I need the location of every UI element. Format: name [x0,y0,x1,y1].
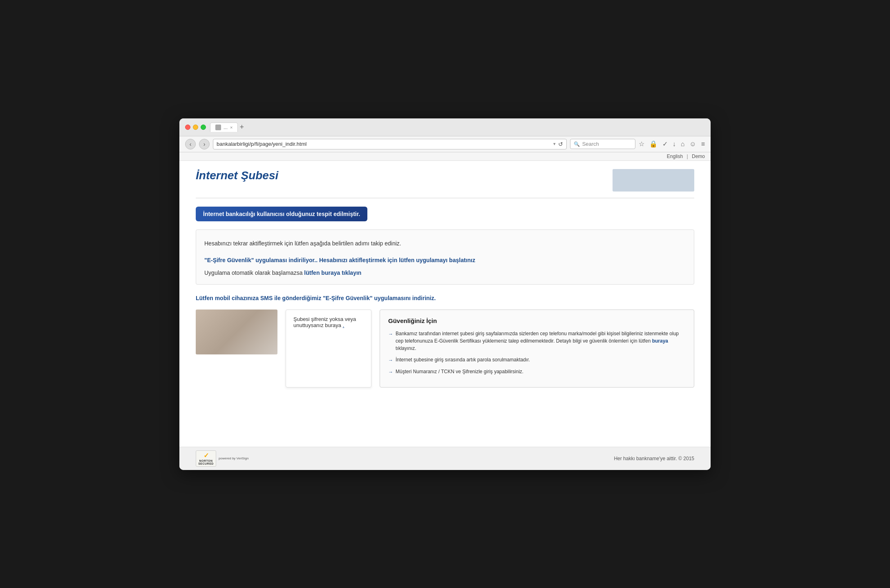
page-content: İnternet Şubesi İnternet bankacılığı kul… [179,161,711,447]
forgot-card-text: Şubesi şifreniz yoksa veya unuttuysanız … [293,316,364,328]
main-card: Hesabınızı tekrar aktifleştirmek için lü… [196,229,694,285]
address-bar: ‹ › bankalarbirligi/p/fi/page/yeni_indir… [179,136,711,152]
card-text-3-pre: Uygulama otomatik olarak başlamazsa [204,270,304,276]
maximize-button[interactable] [201,125,206,130]
minimize-button[interactable] [193,125,198,130]
verisign-text: powered by VeriSign [219,457,248,460]
security-card: Güvenliğiniz İçin → Bankamız tarafından … [380,310,694,388]
arrow-icon-2: → [388,356,393,364]
buraya-link[interactable]: buraya [652,338,668,344]
search-input[interactable]: Search [582,141,599,147]
close-button[interactable] [185,125,190,130]
user-icon[interactable]: ☺ [689,140,696,148]
tab-bar: ... × + [210,122,705,132]
click-here-link[interactable]: lütfen buraya tıklayın [304,270,361,276]
arrow-icon-3: → [388,368,393,376]
card-paragraph-1: Hesabınızı tekrar aktifleştirmek için lü… [204,240,686,247]
new-tab-button[interactable]: + [239,123,244,131]
back-icon: ‹ [190,141,192,147]
back-button[interactable]: ‹ [185,139,196,149]
tab-close-button[interactable]: × [230,125,233,130]
norton-secured-text: NORTON [199,459,212,462]
security-item-1: → Bankamız tarafından internet şubesi gi… [388,330,686,352]
url-dropdown-icon: ▾ [553,141,556,147]
page-title: İnternet Şubesi [196,169,278,182]
page-header: İnternet Şubesi [196,169,694,198]
norton-logo: ✓ NORTON SECURED [196,450,216,467]
home-icon[interactable]: ⌂ [681,140,685,148]
notification-wrapper: İnternet bankacılığı kullanıcısı olduğun… [196,207,694,221]
tab-favicon [215,125,221,130]
search-icon: 🔍 [574,141,580,147]
norton-secured-label: SECURED [198,462,214,465]
sms-link[interactable]: SMS ile gönderdiğimiz "E-Şifre Güvenlik"… [260,295,436,301]
forward-button[interactable]: › [199,139,210,149]
lock-icon[interactable]: 🔒 [649,140,657,148]
title-bar: ... × + [179,118,711,136]
sms-text-pre: Lütfen mobil cihazınıza [196,295,260,301]
forgot-link[interactable]: . [343,322,344,328]
card-paragraph-3: Uygulama otomatik olarak başlamazsa lütf… [204,270,686,276]
forgot-password-card: Şubesi şifreniz yoksa veya unuttuysanız … [286,310,371,388]
tab-title: ... [224,125,228,130]
arrow-icon-1: → [388,330,393,338]
traffic-lights [185,125,206,130]
toolbar-icons: ☆ 🔒 ✓ ↓ ⌂ ☺ ≡ [639,140,705,148]
security-text-2: İnternet şubesine giriş sırasında artık … [396,356,530,363]
notification-banner: İnternet bankacılığı kullanıcısı olduğun… [196,207,367,221]
security-item-2: → İnternet şubesine giriş sırasında artı… [388,356,686,364]
shield-icon[interactable]: ✓ [662,140,668,148]
security-text-1: Bankamız tarafından internet şubesi giri… [396,330,686,352]
url-bar[interactable]: bankalarbirligi/p/fi/page/yeni_indir.htm… [213,139,567,149]
menu-icon[interactable]: ≡ [701,140,705,148]
forgot-text: Şubesi şifreniz yoksa veya unuttuysanız … [293,316,356,328]
footer-copyright: Her hakkı bankname'ye aittir. © 2015 [614,456,694,461]
security-text-3: Müşteri Numaranız / TCKN ve Şifrenizle g… [396,368,523,375]
lang-separator: | [687,154,688,159]
security-title: Güvenliğiniz İçin [388,317,686,324]
demo-link[interactable]: Demo [692,154,705,159]
search-box[interactable]: 🔍 Search [570,139,635,149]
bottom-section: Şubesi şifreniz yoksa veya unuttuysanız … [196,310,694,388]
app-screenshot [196,310,277,354]
language-bar: English | Demo [179,152,711,161]
page-footer: ✓ NORTON SECURED powered by VeriSign Her… [179,447,711,470]
security-item-3: → Müşteri Numaranız / TCKN ve Şifrenizle… [388,368,686,376]
sms-section: Lütfen mobil cihazınıza SMS ile gönderdi… [196,295,694,301]
norton-checkmark: ✓ [203,452,209,459]
bookmark-icon[interactable]: ☆ [639,140,644,148]
active-tab[interactable]: ... × [210,122,238,132]
english-link[interactable]: English [667,154,683,159]
forward-icon: › [203,141,206,147]
norton-badge: ✓ NORTON SECURED powered by VeriSign [196,450,248,467]
browser-window: ... × + ‹ › bankalarbirligi/p/fi/page/ye… [179,118,711,470]
card-paragraph-2: "E-Şifre Güvenlik" uygulaması indiriliyo… [204,257,686,263]
url-text: bankalarbirligi/p/fi/page/yeni_indir.htm… [217,141,551,147]
refresh-icon[interactable]: ↺ [558,141,563,147]
bank-logo [613,169,694,192]
download-icon[interactable]: ↓ [673,140,676,148]
